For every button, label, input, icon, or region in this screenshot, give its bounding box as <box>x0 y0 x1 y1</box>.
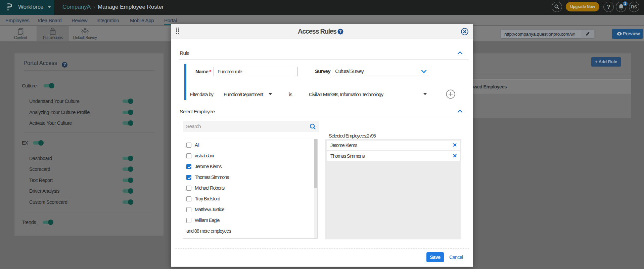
svg-text:?: ? <box>339 29 341 34</box>
